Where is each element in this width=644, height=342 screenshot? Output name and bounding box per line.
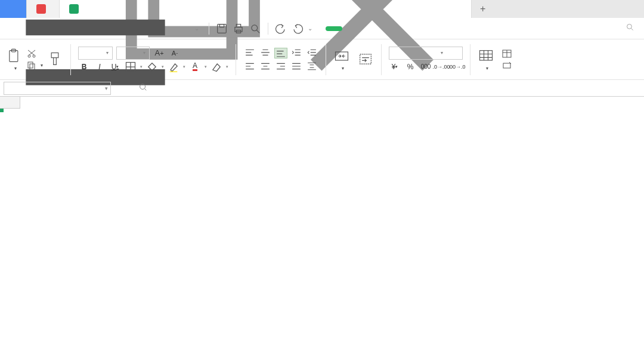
divider	[236, 44, 236, 75]
ribbon-tab-review[interactable]	[425, 26, 432, 31]
clipboard-group: ▾ ▾	[6, 48, 63, 71]
number-format-select[interactable]: ▾	[389, 47, 463, 60]
table-icon	[501, 48, 512, 59]
svg-rect-14	[30, 64, 35, 70]
svg-point-7	[252, 24, 258, 30]
ribbon-tab-formula[interactable]	[389, 26, 396, 31]
file-menu[interactable]: ⌄	[188, 25, 203, 32]
alignment-group	[243, 48, 318, 72]
divider	[268, 23, 268, 35]
font-color-button[interactable]: A	[189, 61, 201, 73]
paste-label: ▾	[13, 66, 17, 71]
svg-point-8	[627, 24, 632, 29]
column-headers	[20, 97, 644, 109]
cell-style-button[interactable]	[501, 60, 514, 71]
search-icon	[626, 23, 634, 33]
svg-rect-17	[170, 71, 178, 72]
italic-button[interactable]: I	[94, 61, 106, 73]
align-center-button[interactable]	[259, 61, 272, 72]
merge-center-button[interactable]: ▾	[333, 48, 350, 71]
fill-color-button[interactable]	[146, 61, 158, 73]
svg-point-11	[28, 55, 30, 57]
bold-button[interactable]: B	[78, 61, 90, 73]
zoom-to-selection-icon[interactable]	[138, 82, 148, 94]
align-right-button[interactable]	[274, 61, 287, 72]
indent-increase-button[interactable]	[305, 48, 318, 58]
underline-button[interactable]: U▾	[109, 61, 121, 73]
shrink-font-button[interactable]: A-	[169, 47, 181, 59]
select-all-corner[interactable]	[0, 97, 20, 109]
justify-button[interactable]	[290, 61, 303, 72]
font-name-select[interactable]: ▾	[78, 47, 113, 60]
align-top-button[interactable]	[243, 48, 256, 58]
name-box[interactable]: ▾	[4, 82, 111, 95]
svg-rect-22	[503, 63, 510, 68]
divider	[209, 23, 209, 35]
font-group: ▾ ▾ A+ A- B I U▾ ▾ ▾ ▾ A ▾ ▾	[78, 47, 228, 73]
ribbon-tabs	[326, 26, 503, 31]
align-left-button[interactable]	[243, 61, 256, 72]
divider	[470, 44, 470, 75]
enlarge-font-button[interactable]: A+	[153, 47, 165, 59]
ribbon-tab-vip[interactable]	[478, 26, 485, 31]
ribbon-tab-layout[interactable]	[371, 26, 378, 31]
wrap-text-button[interactable]	[357, 51, 374, 69]
chevron-down-icon: ▾	[105, 85, 108, 91]
highlight-button[interactable]	[168, 61, 179, 73]
ribbon-tab-smart[interactable]	[496, 26, 503, 31]
cond-format-label: ▾	[484, 66, 488, 71]
paste-button[interactable]: ▾	[6, 48, 23, 71]
merge-icon	[333, 48, 350, 64]
print-icon[interactable]	[232, 22, 245, 35]
fill-handle[interactable]	[0, 109, 4, 112]
paste-icon	[6, 48, 23, 64]
preview-icon[interactable]	[249, 22, 262, 35]
ribbon-tab-view[interactable]	[442, 26, 450, 31]
ribbon-tab-dev[interactable]	[460, 26, 467, 31]
format-painter-button[interactable]	[47, 51, 63, 69]
search-box[interactable]	[626, 23, 638, 33]
font-size-select[interactable]: ▾	[116, 47, 150, 60]
increase-decimal-button[interactable]: .00→.0	[451, 61, 463, 73]
divider	[326, 44, 326, 75]
svg-rect-15	[51, 53, 58, 57]
cut-button[interactable]	[26, 48, 43, 59]
svg-rect-19	[360, 54, 371, 63]
undo-icon[interactable]	[274, 22, 287, 35]
comma-button[interactable]: 000	[420, 61, 432, 73]
svg-point-12	[33, 55, 35, 57]
align-middle-button[interactable]	[259, 48, 272, 58]
wrap-icon	[357, 51, 374, 67]
conditional-format-button[interactable]: ▾	[478, 48, 494, 71]
distribute-button[interactable]	[305, 61, 318, 72]
table-style-button[interactable]	[501, 48, 514, 59]
ribbon-tab-insert[interactable]	[353, 26, 360, 31]
svg-rect-18	[336, 52, 348, 60]
chevron-down-icon[interactable]: ⌄	[308, 25, 312, 32]
ribbon-tab-start[interactable]	[326, 26, 342, 31]
chevron-down-icon: ⌄	[194, 25, 199, 32]
tab-new-button[interactable]: +	[472, 0, 494, 18]
border-button[interactable]	[125, 61, 137, 73]
svg-rect-3	[219, 24, 224, 27]
scissors-icon	[26, 48, 37, 59]
brush-icon	[47, 51, 63, 67]
cond-format-icon	[478, 48, 494, 64]
percent-button[interactable]: %	[404, 61, 416, 73]
redo-icon[interactable]	[291, 22, 304, 35]
divider	[381, 44, 382, 75]
indent-decrease-button[interactable]	[290, 48, 303, 58]
align-bottom-button[interactable]	[274, 48, 287, 58]
copy-button[interactable]: ▾	[26, 60, 43, 71]
svg-point-23	[140, 84, 145, 90]
eraser-button[interactable]	[210, 61, 222, 73]
save-icon[interactable]	[215, 22, 228, 35]
ribbon-tab-data[interactable]	[407, 26, 414, 31]
svg-rect-13	[28, 62, 33, 68]
cell-style-icon	[501, 60, 512, 71]
currency-button[interactable]: ¥▾	[389, 61, 401, 73]
decrease-decimal-button[interactable]: .0→.00	[435, 61, 447, 73]
spreadsheet-grid[interactable]	[0, 97, 644, 109]
merge-label: ▾	[340, 66, 344, 71]
number-group: ▾ ¥▾ % 000 .0→.00 .00→.0	[389, 47, 463, 73]
